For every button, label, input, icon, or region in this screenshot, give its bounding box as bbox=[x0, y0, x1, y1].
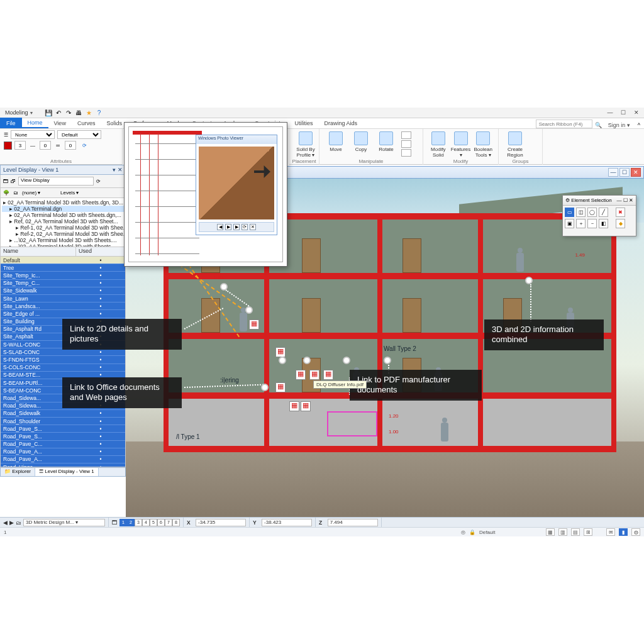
color-swatch[interactable] bbox=[4, 142, 12, 150]
gear-icon[interactable]: ⚙ bbox=[565, 197, 570, 203]
link-icon[interactable] bbox=[275, 382, 286, 392]
maximize-button[interactable]: ☐ bbox=[617, 108, 630, 116]
model-icon[interactable]: 🗂 bbox=[16, 519, 21, 526]
photo-viewer-window[interactable]: Windows Photo Viewer ◀ ▶ ▶ ⟳ ✕ bbox=[196, 135, 277, 235]
copy-button[interactable]: Copy bbox=[350, 131, 372, 157]
tree-row[interactable]: ▸ 02_AA Terminal Model 3D with Sheets.dg… bbox=[2, 199, 124, 206]
link-icon[interactable] bbox=[301, 401, 311, 411]
rotate-icon[interactable]: ⟳ bbox=[242, 224, 248, 230]
level-row[interactable]: Site_Landsca...• bbox=[1, 303, 125, 310]
tab-curves[interactable]: Curves bbox=[72, 118, 101, 128]
sel-sub-icon[interactable]: － bbox=[587, 219, 597, 228]
link-icon[interactable] bbox=[275, 347, 286, 357]
search-icon[interactable]: 🔍 bbox=[592, 122, 604, 128]
detail-popup-window[interactable]: Windows Photo Viewer ◀ ▶ ▶ ⟳ ✕ bbox=[124, 122, 287, 267]
status-icon[interactable]: ▤ bbox=[571, 528, 580, 536]
features-button[interactable]: Features▾ bbox=[451, 131, 471, 158]
sel-add-icon[interactable]: ＋ bbox=[576, 219, 586, 228]
mirror-icon[interactable] bbox=[401, 131, 411, 139]
level-row[interactable]: Tree• bbox=[1, 264, 125, 272]
level-list-header[interactable]: Name Used bbox=[0, 247, 126, 257]
refresh-icon[interactable]: ⟳ bbox=[96, 179, 101, 184]
level-row[interactable]: Road_Shoulder• bbox=[1, 418, 125, 425]
coord-z[interactable]: 7.494 bbox=[328, 519, 378, 526]
sign-in-link[interactable]: Sign in ▾ bbox=[604, 122, 634, 128]
link-icon[interactable] bbox=[289, 401, 299, 411]
level-row[interactable]: Road_Pave_A...• bbox=[1, 456, 125, 464]
level-row[interactable]: Road_Pave_A...• bbox=[1, 448, 125, 456]
tab-level-display[interactable]: ☰ Level Display - View 1 bbox=[35, 468, 99, 476]
array-icon[interactable] bbox=[401, 149, 411, 157]
scale-icon[interactable] bbox=[401, 140, 411, 148]
level-row[interactable]: Site_Temp_C...• bbox=[1, 280, 125, 287]
undo-icon[interactable]: ↶ bbox=[55, 109, 62, 116]
view-max-icon[interactable]: ☐ bbox=[619, 168, 630, 177]
tree-row[interactable]: ▸ ...\02_AA Terminal Model 3D with Sheet… bbox=[2, 237, 124, 243]
fwd-icon[interactable]: ▶ bbox=[9, 519, 14, 526]
file-tab[interactable]: File bbox=[0, 118, 22, 128]
level-row[interactable]: Road_Sidewalk• bbox=[1, 410, 125, 418]
level-row[interactable]: S-COLS-CONC• bbox=[1, 364, 125, 372]
level-row[interactable]: Site_Edge of ...• bbox=[1, 310, 125, 318]
sel-new-icon[interactable]: ▣ bbox=[565, 219, 574, 228]
photo-controls[interactable]: ◀ ▶ ▶ ⟳ ✕ bbox=[199, 222, 274, 232]
redo-icon[interactable]: ↷ bbox=[65, 109, 72, 116]
status-icon[interactable]: ✉ bbox=[606, 528, 615, 536]
next-icon[interactable]: ▶ bbox=[233, 224, 240, 230]
view-close-icon[interactable]: ✕ bbox=[631, 168, 641, 177]
view-num-2[interactable]: 2 bbox=[127, 519, 135, 526]
tree-row[interactable]: ▸ Ref, 02_AA Terminal Model 3D with Shee… bbox=[2, 218, 124, 225]
workflow-mode[interactable]: Modeling▼ bbox=[0, 109, 38, 116]
favorite-icon[interactable]: ★ bbox=[85, 109, 92, 116]
play-icon[interactable]: ▶ bbox=[225, 224, 231, 230]
help-icon[interactable]: ? bbox=[95, 109, 103, 116]
boolean-tools-button[interactable]: BooleanTools ▾ bbox=[473, 131, 493, 158]
tree-row[interactable]: ▸ 02_AA Terminal Model 3D with Sheets.dg… bbox=[2, 212, 124, 218]
coord-y[interactable]: -38.423 bbox=[262, 519, 312, 526]
status-icon[interactable]: ▦ bbox=[546, 528, 555, 536]
level-row[interactable]: Site_Temp_Ic...• bbox=[1, 272, 125, 279]
sel-individual-icon[interactable]: ▭ bbox=[565, 208, 574, 217]
create-region-button[interactable]: CreateRegion bbox=[504, 131, 526, 158]
prev-icon[interactable]: ◀ bbox=[217, 224, 223, 230]
tree-row[interactable]: ▸ Ref-2, 02_AA Terminal Model 3D with Sh… bbox=[2, 231, 124, 237]
tree-icon[interactable]: 🌳 bbox=[3, 190, 9, 196]
level-display-header[interactable]: Level Display - View 1 ▾ ✕ bbox=[0, 165, 126, 175]
active-level[interactable]: Default bbox=[479, 530, 542, 535]
tree-row[interactable]: ▸ 02_AA Terminal.dgn bbox=[2, 206, 124, 212]
tree-row[interactable]: ▸ Ref-1, 02_AA Terminal Model 3D with Sh… bbox=[2, 225, 124, 231]
coord-x[interactable]: -34.735 bbox=[196, 519, 246, 526]
view-toggle2-icon[interactable]: 🗗 bbox=[11, 179, 16, 184]
view-min-icon[interactable]: — bbox=[608, 168, 618, 177]
close-button[interactable]: ✕ bbox=[630, 108, 643, 116]
view-num-5[interactable]: 5 bbox=[150, 519, 157, 526]
ribbon-collapse-icon[interactable]: ^ bbox=[634, 122, 644, 128]
level-row[interactable]: Road_Pave_C...• bbox=[1, 441, 125, 448]
reference-tree[interactable]: ▸ 02_AA Terminal Model 3D with Sheets.dg… bbox=[0, 198, 126, 247]
level-list[interactable]: Default•Tree•Site_Temp_Ic...•Site_Temp_C… bbox=[0, 257, 126, 467]
level-row[interactable]: Site_Lawn• bbox=[1, 295, 125, 303]
snap-icon[interactable]: ◎ bbox=[461, 530, 465, 535]
status-icon[interactable]: ▥ bbox=[558, 528, 567, 536]
link-icon[interactable] bbox=[309, 370, 319, 380]
level-row[interactable]: Site_Sidewalk• bbox=[1, 287, 125, 295]
palette-max-icon[interactable]: ☐ bbox=[623, 197, 628, 203]
view-toggle-icon[interactable]: 🗔 bbox=[3, 179, 8, 184]
sel-line-icon[interactable]: ╱ bbox=[599, 208, 608, 217]
tab-drawing-aids[interactable]: Drawing Aids bbox=[319, 118, 364, 128]
palette-close-icon[interactable]: ✕ bbox=[629, 197, 633, 203]
view-num-3[interactable]: 3 bbox=[135, 519, 142, 526]
rotate-button[interactable]: Rotate bbox=[375, 131, 397, 157]
attr-linestyle[interactable]: 0 bbox=[65, 141, 76, 150]
attr-level[interactable]: None bbox=[11, 130, 55, 139]
attr-lineweight[interactable]: 0 bbox=[40, 141, 51, 150]
view-num-7[interactable]: 7 bbox=[165, 519, 172, 526]
minimize-button[interactable]: — bbox=[604, 108, 616, 116]
lock-icon[interactable]: 🔒 bbox=[469, 530, 475, 535]
modify-solid-button[interactable]: ModifySolid bbox=[428, 131, 448, 158]
print-icon[interactable]: 🖶 bbox=[75, 109, 82, 116]
view-num-6[interactable]: 6 bbox=[157, 519, 165, 526]
status-icon[interactable]: ◍ bbox=[631, 528, 640, 536]
link-icon[interactable] bbox=[249, 319, 259, 330]
levels-select[interactable]: Levels ▾ bbox=[60, 190, 95, 196]
